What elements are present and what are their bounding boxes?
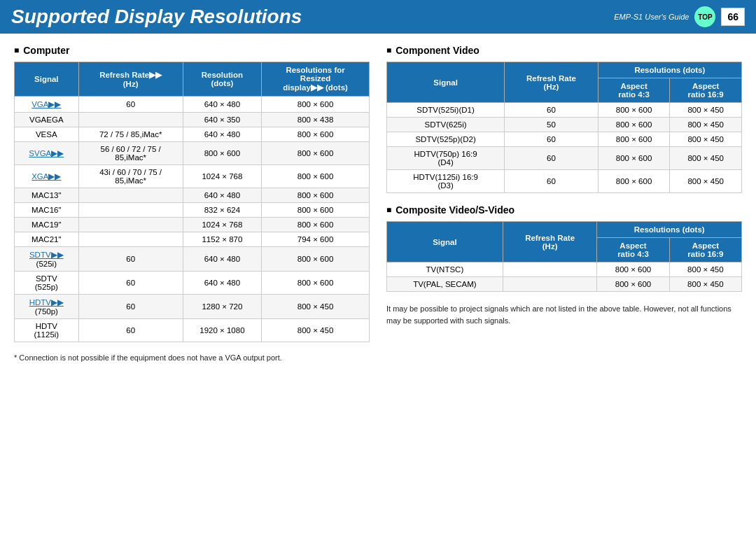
header-right: EMP-S1 User's Guide TOP 66 (614, 6, 745, 27)
main-content: Computer Signal Refresh Rate▶▶(Hz) Resol… (0, 34, 756, 373)
page-title: Supported Display Resolutions (11, 6, 302, 28)
table-row: SVGA▶▶ 56 / 60 / 72 / 75 /85,iMac* 800 ×… (15, 142, 370, 165)
table-row: MAC16" 832 × 624 800 × 600 (15, 203, 370, 218)
comp-col-ar169: Aspectratio 16:9 (670, 78, 742, 103)
computer-table: Signal Refresh Rate▶▶(Hz) Resolution(dot… (14, 62, 370, 342)
table-row: SDTV▶▶(525i) 60 640 × 480 800 × 600 (15, 247, 370, 272)
vga-link[interactable]: VGA▶▶ (31, 100, 61, 108)
top-badge[interactable]: TOP (694, 6, 715, 27)
footnote: * Connection is not possible if the equi… (14, 353, 370, 362)
xga-link[interactable]: XGA▶▶ (31, 172, 61, 181)
col-resolution: Resolution(dots) (183, 62, 261, 97)
table-row: SDTV(525i)(D1) 60 800 × 600 800 × 450 (387, 103, 742, 118)
col-resized: Resolutions forResizeddisplay▶▶ (dots) (262, 62, 370, 97)
table-row: VGA▶▶ 60 640 × 480 800 × 600 (15, 97, 370, 113)
col-refresh-rate: Refresh Rate▶▶(Hz) (78, 62, 183, 97)
table-row: SDTV(525p) 60 640 × 480 800 × 600 (15, 272, 370, 295)
component-section-title: Component Video (386, 45, 742, 56)
hdtv-link[interactable]: HDTV▶▶ (29, 298, 64, 307)
table-row: TV(NTSC) 800 × 600 800 × 450 (387, 262, 742, 277)
comp2-col-res-dots: Resolutions (dots) (597, 222, 742, 238)
table-row: MAC19" 1024 × 768 800 × 600 (15, 218, 370, 232)
comp2-col-hz: Refresh Rate(Hz) (503, 222, 597, 262)
table-row: VGAEGA 640 × 350 800 × 438 (15, 113, 370, 127)
comp-col-signal: Signal (387, 62, 505, 103)
table-row: HDTV(1125i) 60 1920 × 1080 800 × 450 (15, 319, 370, 342)
page-number: 66 (721, 8, 745, 26)
composite-section-title: Composite Video/S-Video (386, 204, 742, 216)
comp2-col-ar169: Aspectratio 16:9 (669, 238, 741, 262)
table-row: XGA▶▶ 43i / 60 / 70 / 75 /85,iMac* 1024 … (15, 165, 370, 188)
table-row: MAC13" 640 × 480 800 × 600 (15, 188, 370, 203)
sdtv-link[interactable]: SDTV▶▶ (29, 251, 64, 259)
comp-col-res-dots: Resolutions (dots) (598, 62, 741, 78)
table-row: SDTV(625i) 50 800 × 600 800 × 450 (387, 118, 742, 132)
right-column: Component Video Signal Refresh Rate(Hz) … (386, 45, 742, 362)
table-row: MAC21" 1152 × 870 794 × 600 (15, 232, 370, 247)
svga-link[interactable]: SVGA▶▶ (29, 149, 64, 157)
comp2-col-ar43: Aspectratio 4:3 (597, 238, 669, 262)
table-row: HDTV▶▶(750p) 60 1280 × 720 800 × 450 (15, 295, 370, 319)
table-row: TV(PAL, SECAM) 800 × 600 800 × 450 (387, 277, 742, 292)
guide-label: EMP-S1 User's Guide (614, 13, 689, 21)
comp2-col-signal: Signal (387, 222, 503, 262)
table-row: SDTV(525p)(D2) 60 800 × 600 800 × 450 (387, 132, 742, 147)
table-row: VESA 72 / 75 / 85,iMac* 640 × 480 800 × … (15, 127, 370, 142)
col-signal: Signal (15, 62, 79, 97)
comp-col-ar43: Aspectratio 4:3 (598, 78, 670, 103)
composite-table: Signal Refresh Rate(Hz) Resolutions (dot… (386, 221, 742, 292)
table-row: HDTV(750p) 16:9(D4) 60 800 × 600 800 × 4… (387, 147, 742, 170)
comp-col-hz: Refresh Rate(Hz) (505, 62, 598, 103)
page-header: Supported Display Resolutions EMP-S1 Use… (0, 0, 756, 34)
computer-section-title: Computer (14, 45, 370, 56)
note-text: It may be possible to project signals wh… (386, 303, 742, 326)
table-row: HDTV(1125i) 16:9(D3) 60 800 × 600 800 × … (387, 170, 742, 193)
left-column: Computer Signal Refresh Rate▶▶(Hz) Resol… (14, 45, 370, 362)
component-table: Signal Refresh Rate(Hz) Resolutions (dot… (386, 62, 742, 193)
